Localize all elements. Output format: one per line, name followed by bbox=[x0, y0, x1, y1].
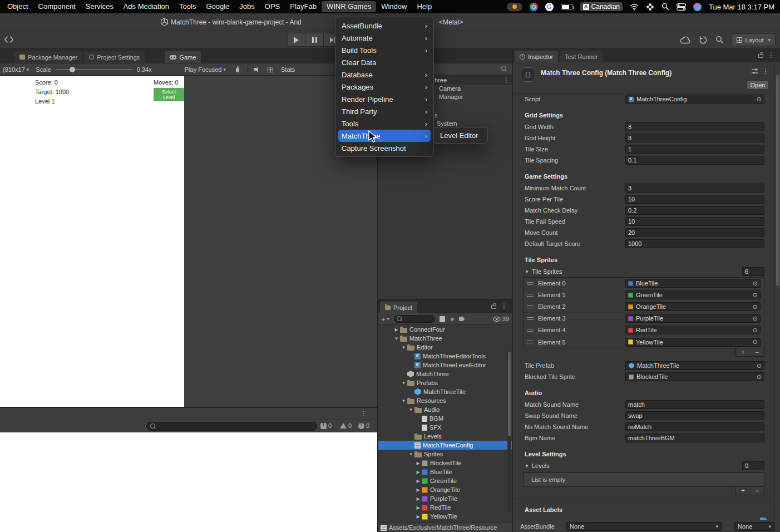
hierarchy-search-icon[interactable] bbox=[501, 66, 507, 72]
lock-icon[interactable] bbox=[758, 54, 763, 58]
menubar-item[interactable]: Help bbox=[412, 1, 437, 12]
expander-icon[interactable]: ▶ bbox=[414, 514, 422, 519]
project-scrollbar[interactable] bbox=[507, 351, 511, 513]
menu-item[interactable]: AssetBundle › bbox=[335, 19, 433, 32]
tile-sprites-foldout[interactable]: Tile Sprites 6 bbox=[513, 266, 774, 277]
text-field[interactable]: matchThreeBGM bbox=[625, 434, 764, 442]
element-row[interactable]: Element 4 RedTile bbox=[524, 324, 764, 336]
foldout-icon[interactable] bbox=[525, 269, 529, 274]
project-tree-item[interactable]: BGM bbox=[378, 414, 512, 423]
sprite-object-field[interactable]: PurpleTile bbox=[625, 314, 761, 323]
sprite-object-field[interactable]: GreenTile bbox=[625, 290, 761, 299]
inspector-tab[interactable]: Test Runner bbox=[560, 51, 603, 62]
project-tree-item[interactable]: ▶ PurpleTile bbox=[378, 494, 512, 503]
expander-icon[interactable]: ▶ bbox=[414, 505, 422, 510]
sprite-object-field[interactable]: BlueTile bbox=[625, 279, 761, 288]
presets-icon[interactable] bbox=[751, 68, 759, 75]
console-search-input[interactable] bbox=[146, 422, 317, 431]
project-search-input[interactable] bbox=[394, 315, 435, 323]
object-picker-icon[interactable] bbox=[753, 280, 758, 287]
debug-icon[interactable] bbox=[234, 66, 241, 73]
menubar-item[interactable]: Jobs bbox=[234, 1, 259, 12]
menubar-item[interactable]: Tools bbox=[174, 1, 201, 12]
remove-element-button[interactable] bbox=[755, 487, 759, 494]
kebab-menu-icon[interactable] bbox=[503, 77, 510, 83]
object-picker-icon[interactable] bbox=[753, 304, 758, 310]
expander-icon[interactable]: ▼ bbox=[400, 398, 407, 403]
kebab-menu-icon[interactable] bbox=[762, 68, 769, 75]
expander-icon[interactable]: ▼ bbox=[407, 407, 414, 412]
array-size-field[interactable]: 6 bbox=[742, 267, 764, 276]
resolution-dropdown[interactable]: (810x17 bbox=[3, 66, 29, 73]
screen-recording-indicator[interactable] bbox=[507, 3, 522, 11]
menu-item[interactable]: Tools › bbox=[335, 117, 433, 130]
assetbundle-dropdown[interactable]: None bbox=[566, 522, 722, 531]
menubar-item[interactable]: WINR Games bbox=[322, 1, 376, 12]
kebab-menu-icon[interactable] bbox=[768, 52, 774, 58]
text-field[interactable]: match bbox=[625, 400, 764, 409]
play-focused-dropdown[interactable]: Play Focused bbox=[185, 66, 226, 73]
project-tree-item[interactable]: Levels bbox=[378, 432, 512, 441]
game-view[interactable]: Score: 0 Target: 1000 Level 1 Moves: 0 S… bbox=[0, 76, 184, 407]
expander-icon[interactable]: ▶ bbox=[414, 487, 422, 492]
expander-icon[interactable]: ▶ bbox=[414, 461, 422, 466]
element-row[interactable]: Element 5 YellowTile bbox=[524, 336, 764, 348]
assetbundle-variant-dropdown[interactable]: None bbox=[734, 522, 774, 531]
drag-handle[interactable] bbox=[527, 317, 534, 320]
mute-audio-icon[interactable] bbox=[253, 66, 261, 73]
sprite-object-field[interactable]: YellowTile bbox=[625, 338, 761, 347]
select-level-button[interactable]: Select Level bbox=[154, 88, 184, 101]
drag-handle[interactable] bbox=[527, 282, 534, 285]
expander-icon[interactable]: ▶ bbox=[393, 327, 400, 332]
sprite-object-field[interactable]: BlockedTile bbox=[625, 372, 764, 381]
expander-icon[interactable]: ▼ bbox=[393, 336, 400, 341]
prefab-object-field[interactable]: MatchThreeTile bbox=[625, 361, 764, 370]
favorites-icon[interactable]: ★ bbox=[450, 316, 455, 322]
project-tree-item[interactable]: MatchThree bbox=[378, 370, 512, 378]
expander-icon[interactable]: ▶ bbox=[414, 479, 422, 484]
project-tree-item[interactable]: ▶ OrangeTile bbox=[378, 485, 512, 494]
panel-tab[interactable]: Project Settings bbox=[84, 51, 145, 63]
search-by-label-icon[interactable] bbox=[459, 317, 465, 321]
expander-icon[interactable]: ▼ bbox=[407, 452, 414, 457]
battery-icon[interactable] bbox=[561, 4, 573, 10]
version-control-icon[interactable] bbox=[3, 35, 14, 45]
open-button[interactable]: Open bbox=[747, 80, 769, 90]
project-tree-item[interactable]: ▼ MatchThree bbox=[378, 334, 512, 343]
menubar-item[interactable]: PlayFab bbox=[285, 1, 322, 12]
project-tree-item[interactable]: ▶ BlueTile bbox=[378, 467, 512, 476]
value-field[interactable]: 0.2 bbox=[625, 206, 764, 215]
menu-item[interactable]: Packages › bbox=[335, 81, 433, 93]
value-field[interactable]: 0.1 bbox=[625, 156, 764, 165]
levels-foldout[interactable]: Levels 0 bbox=[513, 460, 774, 471]
object-picker-icon[interactable] bbox=[757, 96, 762, 102]
kebab-menu-icon[interactable] bbox=[361, 410, 367, 417]
menubar-clock[interactable]: Tue Mar 18 3:17 PM bbox=[709, 3, 774, 11]
wifi-icon[interactable] bbox=[630, 3, 639, 11]
object-picker-icon[interactable] bbox=[753, 292, 758, 298]
add-element-button[interactable] bbox=[741, 349, 745, 356]
menu-item[interactable]: Build Tools › bbox=[335, 44, 433, 56]
project-tree-item[interactable]: ▶ YellowTile bbox=[378, 512, 512, 521]
text-field[interactable]: swap bbox=[625, 411, 764, 420]
menubar-item[interactable]: Component bbox=[33, 1, 81, 12]
project-tree-item[interactable]: ▼ Sprites bbox=[378, 450, 512, 459]
menubar-item[interactable]: Object bbox=[2, 1, 33, 12]
add-element-button[interactable] bbox=[741, 487, 745, 494]
menu-item[interactable]: MatchThree › bbox=[338, 130, 431, 142]
pause-button[interactable] bbox=[305, 33, 324, 47]
inspector-tab[interactable]: Inspector bbox=[515, 51, 558, 62]
menu-item[interactable]: Automate › bbox=[335, 32, 433, 44]
project-tree-item[interactable]: ▼ Prefabs bbox=[378, 378, 512, 387]
hierarchy-item-fragment[interactable]: Manager bbox=[439, 93, 463, 100]
warning-count-badge[interactable]: 0 bbox=[340, 422, 352, 429]
project-tree-item[interactable]: SFX bbox=[378, 423, 512, 432]
panel-tab[interactable]: Package Manager bbox=[14, 51, 82, 63]
control-center-icon[interactable] bbox=[677, 3, 686, 11]
project-tree-item[interactable]: ▶ GreenTile bbox=[378, 476, 512, 485]
drag-handle[interactable] bbox=[527, 341, 534, 343]
hierarchy-item-fragment[interactable]: Camera bbox=[439, 85, 461, 92]
element-row[interactable]: Element 1 GreenTile bbox=[524, 289, 764, 301]
stats-toggle[interactable]: Stats bbox=[281, 66, 295, 73]
sprite-object-field[interactable]: RedTile bbox=[625, 326, 761, 334]
